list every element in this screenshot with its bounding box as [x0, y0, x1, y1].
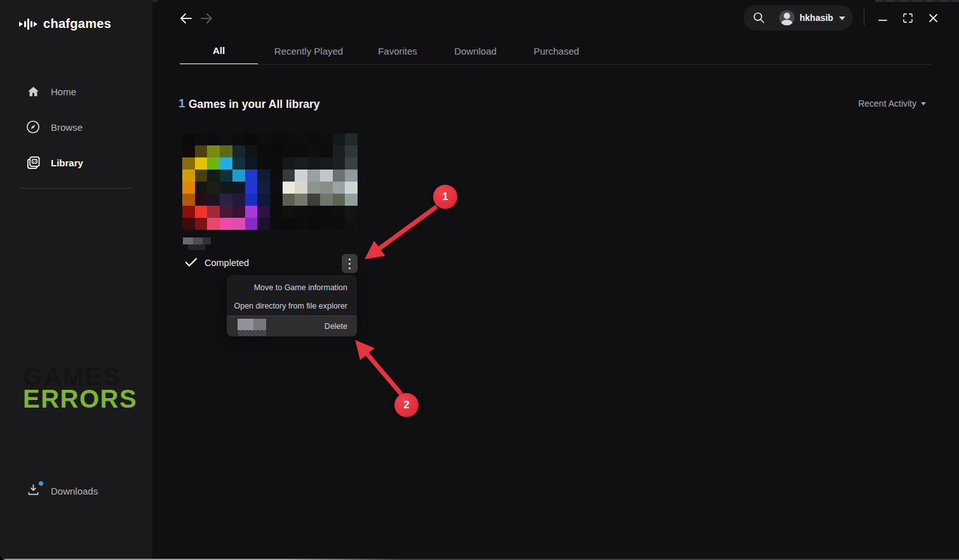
avatar[interactable]: [779, 10, 795, 25]
sidebar-item-label: Browse: [51, 122, 83, 133]
sidebar-item-label: Library: [51, 157, 83, 168]
download-notification-dot: [39, 481, 43, 486]
kebab-menu-button[interactable]: [342, 254, 358, 273]
app-name: chafgames: [43, 17, 111, 31]
game-card[interactable]: [182, 133, 358, 230]
caret-down-icon: [921, 102, 926, 105]
screenshot-edge-artifact-right: [875, 0, 959, 2]
minimize-button[interactable]: [873, 9, 892, 27]
library-tabs: All Recently Played Favorites Download P…: [180, 37, 598, 65]
sidebar-item-label: Home: [51, 86, 76, 97]
search-icon[interactable]: [753, 11, 765, 24]
page-title: Games in your All library: [189, 98, 320, 111]
close-button[interactable]: [923, 9, 942, 27]
window-controls-divider: [864, 9, 864, 26]
sidebar: chafgames Home Browse: [0, 0, 152, 560]
redacted-game-name-2: [238, 330, 266, 336]
sidebar-item-home[interactable]: Home: [0, 79, 152, 104]
forward-arrow-icon[interactable]: [198, 10, 215, 27]
tab-recently-played[interactable]: Recently Played: [258, 37, 359, 65]
avatar-body: [781, 20, 793, 25]
tab-purchased[interactable]: Purchased: [515, 37, 598, 65]
menu-item-delete[interactable]: Delete: [227, 316, 357, 337]
soundwave-icon: [19, 18, 37, 30]
annotation-marker-2: 2: [394, 393, 419, 417]
app-window: chafgames Home Browse: [0, 0, 959, 560]
status-badge: Completed: [205, 258, 249, 268]
context-menu: Move to Game information Open directory …: [227, 275, 357, 337]
user-account-pill: hkhasib: [744, 5, 853, 30]
sidebar-item-browse[interactable]: Browse: [0, 114, 152, 140]
app-logo[interactable]: chafgames: [19, 17, 111, 31]
menu-item-delete-label: Delete: [325, 322, 347, 331]
library-icon: [25, 155, 41, 170]
tab-download[interactable]: Download: [436, 37, 515, 65]
maximize-button[interactable]: [898, 9, 917, 27]
library-heading-row: 1 Games in your All library Recent Activ…: [178, 97, 934, 114]
compass-icon: [25, 119, 41, 135]
watermark-line-2: ERRORS: [23, 388, 137, 410]
game-cover-mosaic: [182, 133, 358, 230]
chevron-down-icon[interactable]: [839, 17, 845, 20]
games-errors-watermark: GAMES ERRORS: [23, 366, 137, 410]
annotation-marker-1: 1: [433, 185, 457, 209]
sort-dropdown[interactable]: Recent Activity: [858, 98, 926, 109]
checkmark-icon: [185, 257, 198, 270]
menu-item-move-to-game-information[interactable]: Move to Game information: [227, 275, 357, 297]
tab-favorites[interactable]: Favorites: [359, 37, 436, 65]
game-status-row: Completed: [182, 254, 358, 273]
tabs-divider: [180, 64, 932, 65]
sidebar-divider: [20, 188, 132, 189]
sidebar-item-label: Downloads: [51, 486, 98, 497]
sort-label: Recent Activity: [858, 98, 916, 109]
username[interactable]: hkhasib: [800, 13, 833, 23]
sidebar-item-downloads[interactable]: Downloads: [0, 478, 152, 503]
download-icon: [27, 483, 42, 498]
redacted-game-name: [238, 319, 266, 330]
menu-item-open-directory[interactable]: Open directory from file explorer: [227, 297, 357, 316]
home-icon: [25, 84, 41, 99]
avatar-head: [784, 13, 790, 19]
tab-all[interactable]: All: [180, 37, 258, 65]
library-count: 1: [178, 97, 185, 110]
game-title-redacted: [183, 237, 221, 250]
sidebar-item-library[interactable]: Library: [0, 150, 152, 175]
back-arrow-icon[interactable]: [178, 10, 194, 27]
